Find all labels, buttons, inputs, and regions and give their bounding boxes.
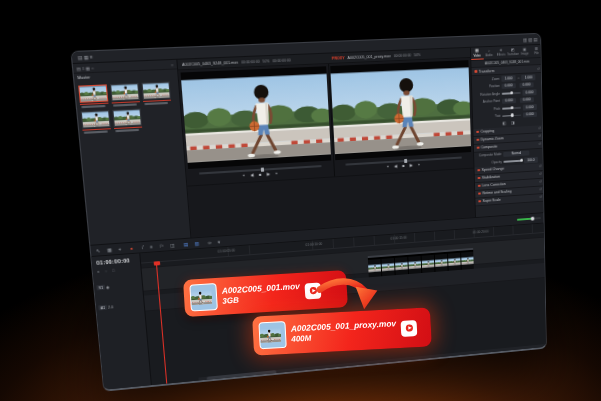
timeline-clip-name[interactable]: A002C005_001_proxy.mov — [347, 54, 390, 60]
record-icon[interactable]: ● — [130, 245, 136, 250]
value-field[interactable]: 1.000 — [501, 75, 515, 81]
source-clip-name[interactable]: A002C005_0463_S248_001.mov — [182, 60, 239, 67]
dual-viewer-area: « ◀ ■ ▶ » « ◀ ■ ▶ » — [178, 58, 475, 238]
source-timecode: 00:00:00:00 — [241, 59, 259, 64]
search-icon[interactable]: ○ — [171, 62, 174, 67]
snap-flag-icons[interactable]: ▤ ▥ — [183, 240, 201, 246]
source-duration: 00:00:00:00 — [272, 58, 290, 63]
video-file-icon — [401, 320, 418, 337]
clip-caption — [113, 103, 137, 106]
proxy-status-badge: PROXY — [332, 56, 345, 61]
audio-icon: ♪ — [488, 49, 490, 53]
link-icon[interactable]: ∞ — [517, 76, 519, 80]
edit-tool-icons[interactable]: ↖ ▦ + — [96, 246, 124, 253]
value-field[interactable]: 0.000 — [520, 97, 534, 103]
value-field[interactable]: 0.000 — [502, 83, 516, 89]
tab-file[interactable]: ☰File — [530, 45, 542, 58]
value-field[interactable]: 0.000 — [502, 98, 516, 104]
clip-caption — [115, 129, 139, 132]
timeline-timecode: 00:00:00:00 — [394, 53, 411, 58]
value-field[interactable]: 0.000 — [523, 104, 537, 110]
value-field[interactable]: 0.000 — [519, 82, 533, 88]
rotation-slider[interactable] — [502, 92, 521, 94]
track-option-icons[interactable]: ● ○ □ — [97, 268, 117, 274]
timeline-zoom-slider[interactable] — [517, 217, 541, 221]
media-clip-thumbnail[interactable] — [81, 110, 111, 128]
tab-effects[interactable]: ✷Effects — [495, 46, 507, 59]
value-field[interactable]: 100.0 — [524, 157, 538, 163]
media-clip-thumbnail[interactable] — [110, 83, 140, 101]
trim-tool-icons[interactable]: / ≡ ⚐ ◫ — [142, 242, 178, 250]
media-clip-thumbnail[interactable] — [78, 84, 108, 103]
yaw-slider[interactable] — [502, 114, 521, 116]
clip-caption — [84, 130, 108, 133]
timeline-timecode-display: 01:00:00:00 — [96, 257, 130, 266]
media-clip-thumbnail[interactable] — [112, 109, 142, 127]
tab-image[interactable]: ▣Image — [519, 45, 531, 58]
track-header-v1[interactable]: V1 ◉ — [96, 282, 141, 291]
section-enable-dot[interactable] — [474, 70, 476, 73]
playhead-handle[interactable] — [153, 261, 160, 266]
reset-icon[interactable]: ↺ — [537, 67, 540, 71]
value-field[interactable]: 0.000 — [523, 111, 537, 117]
lock-icon[interactable]: ◉ — [106, 285, 110, 289]
proxy-file-thumbnail — [258, 321, 286, 349]
pitch-slider[interactable] — [502, 107, 521, 109]
source-viewer-video[interactable] — [181, 66, 332, 169]
value-field[interactable]: 0.000 — [522, 89, 536, 95]
inspector-panel: ▦Video ♪Audio ✷Effects ◩Transition ▣Imag… — [470, 45, 545, 217]
flip-buttons[interactable]: ◧ ◨ — [502, 120, 516, 126]
value-field[interactable]: 1.000 — [521, 74, 535, 80]
panel-toggle-icons-right[interactable]: ▥ ▧ ▤ — [523, 36, 538, 42]
timeline-viewer-video[interactable] — [330, 60, 471, 160]
source-zoom-level[interactable]: 50% — [263, 59, 270, 64]
media-pool-panel: ▤ ≡ ▦ ○ ○ Master — [73, 60, 192, 245]
clip-caption — [144, 102, 168, 105]
media-pool-view-icons[interactable]: ▤ ≡ ▦ ○ — [76, 65, 94, 71]
track-header-a1[interactable]: A1 2.0 — [98, 302, 143, 311]
source-file-thumbnail — [189, 283, 218, 312]
marketing-canvas: ▤ ▦ ≡ ▥ ▧ ▤ A002C005_0463_S248_001.mov 0… — [0, 0, 601, 401]
media-clip-thumbnail[interactable] — [142, 82, 171, 100]
panel-toggle-icons-left[interactable]: ▤ ▦ ≡ — [77, 54, 93, 60]
tab-video[interactable]: ▦Video — [471, 47, 483, 60]
clip-caption — [81, 105, 105, 108]
tab-audio[interactable]: ♪Audio — [483, 47, 495, 60]
marker-icons[interactable]: ∞ ▾ — [208, 239, 223, 245]
tab-transition[interactable]: ◩Transition — [507, 46, 519, 59]
timeline-zoom-level[interactable]: 50% — [414, 52, 421, 56]
opacity-slider[interactable] — [503, 160, 522, 163]
